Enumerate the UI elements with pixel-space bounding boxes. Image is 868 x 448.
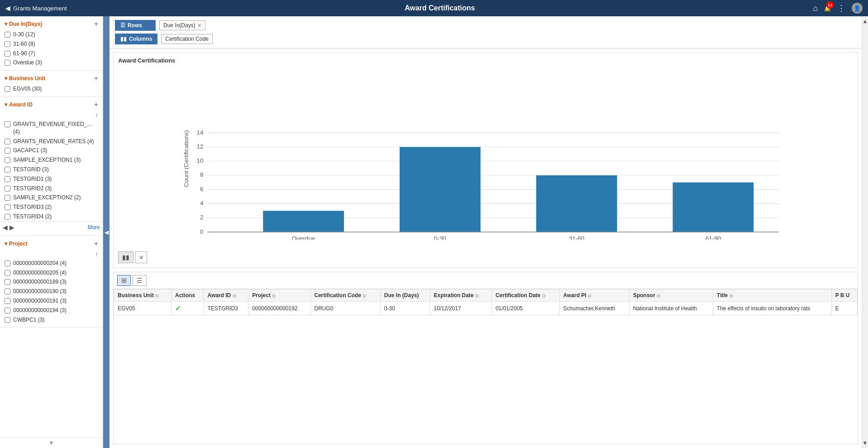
col-certification-date: Certification Date ◇ [491, 289, 559, 302]
back-arrow-icon[interactable]: ◀ [5, 5, 10, 12]
checkbox-cwbpc1[interactable] [5, 317, 10, 323]
sidebar-scroll[interactable]: ▾ Due In(Days) + 0-30 (12) 31-60 (8) 61-… [0, 16, 103, 438]
checkbox-testgrid3[interactable] [5, 204, 10, 210]
sidebar-add-award-id[interactable]: + [94, 101, 98, 109]
col-award-pi: Award PI ◇ [559, 289, 629, 302]
sort-icon-expiration-date[interactable]: ◇ [475, 293, 479, 298]
checkbox-grants-revenue-fixed[interactable] [5, 121, 10, 127]
checkbox-testgrid2[interactable] [5, 186, 10, 192]
sort-icon-award-id[interactable]: ◇ [233, 293, 236, 298]
columns-tag: Certification Code [161, 34, 212, 44]
cell-actions[interactable]: ✓ [171, 302, 203, 315]
sidebar-section-business-unit: ▾ Business Unit + EGV05 (30) [0, 71, 103, 97]
sort-icon-title[interactable]: ◇ [730, 293, 733, 298]
checkbox-0-30[interactable] [5, 32, 10, 38]
sort-icon-sponsor[interactable]: ◇ [657, 293, 660, 298]
bar-31-60[interactable] [536, 175, 617, 232]
list-item: 000000000000194 (3) [0, 306, 103, 315]
scroll-left-icon[interactable]: ◀ [3, 224, 8, 231]
table-section: ⊞ ☰ Business Unit ◇ Actions Award ID [113, 272, 858, 444]
list-item: TESTGRID (3) [0, 165, 103, 174]
cell-title: The effects of insulin on laboratory rat… [713, 302, 831, 315]
checkbox-testgrid[interactable] [5, 167, 10, 173]
action-check-icon[interactable]: ✓ [175, 304, 181, 312]
user-icon[interactable]: 👤 [852, 3, 863, 14]
chart-container: Count (Certifications) 0 2 4 6 8 10 12 1… [118, 67, 853, 249]
scroll-right-icon[interactable]: ▶ [10, 224, 14, 231]
sidebar-sort-award-id[interactable]: ↑ [0, 111, 103, 120]
bar-61-90[interactable] [673, 183, 754, 232]
sort-icon-cert-code[interactable]: ◇ [362, 293, 366, 298]
notification-icon[interactable]: 🔔 14 [824, 4, 831, 12]
label-overdue: Overdue (3) [13, 59, 42, 67]
sort-icon-project[interactable]: ◇ [272, 293, 276, 298]
scroll-up-icon[interactable]: ▲ [862, 16, 868, 26]
rows-tag-remove[interactable]: × [198, 22, 201, 29]
bar-chart-view-btn[interactable]: ▮▮ [118, 251, 134, 263]
sidebar-sort-project[interactable]: ↑ [0, 250, 103, 259]
rows-icon: ☰ [120, 22, 125, 29]
checkbox-testgrid4[interactable] [5, 214, 10, 220]
notification-badge: 14 [826, 1, 834, 9]
more-link[interactable]: More [88, 224, 100, 231]
home-icon[interactable]: ⌂ [813, 4, 818, 13]
checkbox-000000000000189[interactable] [5, 279, 10, 285]
checkbox-31-60[interactable] [5, 41, 10, 47]
checkbox-000000000000194[interactable] [5, 308, 10, 313]
sidebar-add-project[interactable]: + [94, 240, 98, 248]
checkbox-testgrid1[interactable] [5, 176, 10, 182]
checkbox-000000000000205[interactable] [5, 270, 10, 276]
bar-0-30[interactable] [400, 147, 481, 232]
checkbox-gacapc1[interactable] [5, 148, 10, 154]
chevron-down-icon: ▾ [5, 21, 7, 27]
sidebar-section-header-award-id[interactable]: ▾ Award ID + [0, 97, 103, 111]
more-vert-icon[interactable]: ⋮ [837, 3, 845, 13]
scroll-arrows: ◀ ▶ [3, 224, 14, 231]
checkbox-61-90[interactable] [5, 51, 10, 57]
sidebar-section-header-business-unit[interactable]: ▾ Business Unit + [0, 71, 103, 84]
svg-text:14: 14 [196, 129, 203, 136]
svg-text:61-90: 61-90 [706, 235, 721, 240]
list-item: GRANTS_REVENUE_RATES (4) [0, 137, 103, 146]
list-view-btn[interactable]: ☰ [133, 275, 147, 286]
checkbox-000000000000191[interactable] [5, 298, 10, 304]
list-item: TESTGRID2 (3) [0, 184, 103, 193]
cell-award-pi: Schumacher,Kenneth [559, 302, 629, 315]
list-item: 000000000000191 (3) [0, 296, 103, 306]
checkbox-000000000000204[interactable] [5, 260, 10, 266]
cell-project: 000000000000192 [248, 302, 310, 315]
cell-cert-code: DRUG0 [310, 302, 380, 315]
sidebar-collapse-btn[interactable]: ◀ [103, 16, 110, 448]
label-000000000000189: 000000000000189 (3) [13, 278, 67, 286]
sort-icon-award-pi[interactable]: ◇ [588, 293, 591, 298]
columns-button[interactable]: ▮▮ Columns [115, 34, 157, 44]
chevron-down-icon: ▾ [5, 75, 7, 82]
checkbox-000000000000190[interactable] [5, 289, 10, 294]
sidebar-section-title-award-id: ▾ Award ID [5, 101, 33, 108]
rows-button[interactable]: ☰ Rows [115, 20, 156, 31]
list-item: TESTGRID1 (3) [0, 174, 103, 184]
col-sponsor: Sponsor ◇ [629, 289, 713, 302]
sort-icon-business-unit[interactable]: ◇ [155, 293, 159, 298]
sidebar-add-due-in-days[interactable]: + [94, 20, 98, 28]
checkbox-overdue[interactable] [5, 60, 10, 66]
sidebar-section-header-due-in-days[interactable]: ▾ Due In(Days) + [0, 16, 103, 30]
grid-view-btn[interactable]: ⊞ [117, 275, 131, 286]
sort-icon-certification-date[interactable]: ◇ [542, 293, 546, 298]
checkbox-egv05[interactable] [5, 86, 10, 92]
col-actions: Actions [171, 289, 203, 302]
checkbox-sample-exception1[interactable] [5, 157, 10, 163]
scroll-down-icon[interactable]: ▼ [862, 438, 868, 448]
list-item: SAMPLE_EXCEPTION1 (3) [0, 155, 103, 165]
sidebar: ▾ Due In(Days) + 0-30 (12) 31-60 (8) 61-… [0, 16, 103, 448]
label-grants-revenue-fixed: GRANTS_REVENUE_FIXED_... (4) [13, 120, 98, 136]
bar-overdue[interactable] [263, 211, 344, 232]
sidebar-section-header-project[interactable]: ▾ Project + [0, 236, 103, 250]
checkbox-sample-exception2[interactable] [5, 195, 10, 201]
sidebar-scroll-row: ◀ ▶ More [0, 222, 103, 233]
sidebar-add-business-unit[interactable]: + [94, 74, 98, 82]
label-sample-exception1: SAMPLE_EXCEPTION1 (3) [13, 156, 81, 164]
sidebar-scroll-down[interactable]: ▼ [0, 438, 103, 448]
checkbox-grants-revenue-rates[interactable] [5, 139, 10, 145]
table-chart-view-btn[interactable]: ≡ [135, 251, 147, 263]
